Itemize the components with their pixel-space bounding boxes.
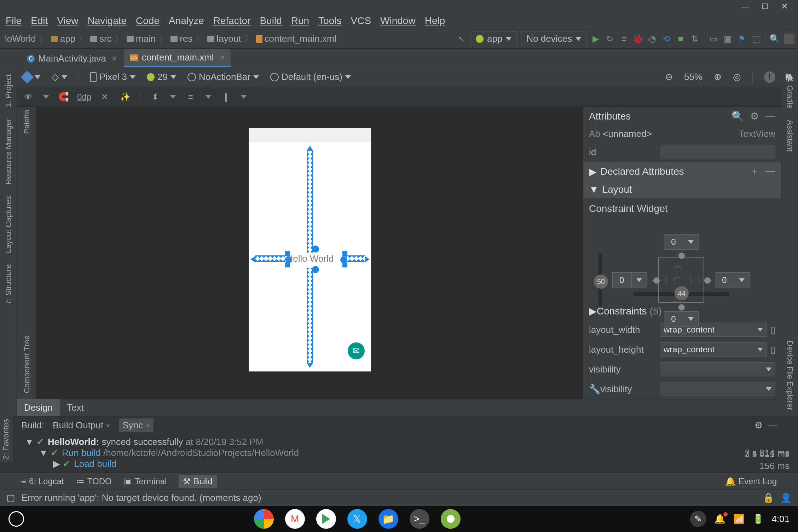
breadcrumb-file[interactable]: content_main.xml [255, 33, 338, 44]
menu-tools[interactable]: Tools [318, 15, 341, 27]
close-icon[interactable]: × [106, 421, 110, 430]
menu-edit[interactable]: Edit [31, 15, 48, 27]
tab-content-main[interactable]: </> content_main.xml × [124, 49, 231, 67]
id-input[interactable] [660, 145, 775, 159]
margin-bottom[interactable]: 0 [664, 311, 699, 327]
user-avatar-icon[interactable] [784, 34, 794, 44]
app-chrome[interactable] [254, 509, 274, 529]
design-canvas[interactable]: Hello World ✉ [37, 107, 583, 399]
menu-run[interactable]: Run [291, 15, 309, 27]
app-gmail[interactable]: M [285, 509, 305, 529]
fab-button[interactable]: ✉ [348, 342, 365, 359]
api-selector[interactable]: 29 [147, 71, 176, 82]
zoom-fit-button[interactable]: ◎ [733, 71, 741, 82]
view-options-icon[interactable]: 👁 [23, 91, 34, 103]
close-icon[interactable]: × [220, 52, 225, 63]
tool-layout-captures[interactable]: Layout Captures [4, 196, 13, 253]
tool-gradle[interactable]: 🐘 Gradle [785, 73, 794, 109]
debug-button[interactable]: 🐞 [633, 34, 643, 44]
zoom-out-button[interactable]: ⊖ [665, 71, 673, 82]
size-toggle-icon[interactable]: ▯ [770, 324, 775, 335]
section-declared-attributes[interactable]: ▶ Declared Attributes＋— [583, 162, 781, 181]
tool-build[interactable]: ⚒Build [179, 475, 216, 488]
apply-code-icon[interactable]: ≡ [619, 34, 629, 44]
default-margin[interactable]: 0dp [79, 91, 90, 103]
app-android-studio[interactable] [441, 509, 461, 529]
menu-navigate[interactable]: Navigate [88, 15, 127, 27]
tab-text[interactable]: Text [60, 399, 91, 417]
component-tree-toggle[interactable]: Component Tree [22, 335, 31, 393]
menu-build[interactable]: Build [260, 15, 282, 27]
clear-constraints-icon[interactable]: ✕ [99, 91, 110, 103]
device-preview[interactable]: Hello World ✉ [249, 128, 371, 371]
section-layout[interactable]: ▼ Layout [583, 181, 781, 198]
theme-selector[interactable]: NoActionBar [187, 71, 259, 82]
app-files[interactable]: 📁 [378, 509, 398, 529]
search-icon[interactable]: 🔍 [732, 110, 744, 122]
tool-logcat[interactable]: ≡6: Logcat [21, 476, 64, 486]
tool-assistant[interactable]: Assistant [785, 120, 794, 151]
breadcrumb-main[interactable]: main [125, 33, 157, 44]
remove-attribute-icon[interactable]: — [765, 165, 775, 178]
tool-window-toggle-icon[interactable]: ▢ [6, 492, 15, 503]
breadcrumb-app[interactable]: app [50, 33, 77, 44]
locale-selector[interactable]: Default (en-us) [270, 71, 351, 82]
zoom-in-button[interactable]: ⊕ [714, 71, 722, 82]
hector-icon[interactable]: 👤 [780, 492, 792, 503]
margin-left[interactable]: 0 [612, 272, 647, 288]
zoom-level[interactable]: 55% [684, 71, 702, 82]
project-structure-icon[interactable]: ⬚ [751, 34, 761, 44]
app-terminal[interactable]: >_ [410, 509, 429, 529]
tool-structure[interactable]: 7: Structure [4, 264, 13, 305]
event-log-button[interactable]: 🔔Event Log [725, 476, 777, 486]
window-close-button[interactable]: ✕ [780, 1, 790, 11]
breadcrumb-layout[interactable]: layout [206, 33, 242, 44]
menu-analyze[interactable]: Analyze [169, 15, 204, 27]
build-tab-output[interactable]: Build Output × [49, 418, 114, 432]
gear-icon[interactable]: ⚙ [750, 110, 759, 122]
breadcrumb-src[interactable]: src [89, 33, 113, 44]
app-play-store[interactable] [316, 509, 336, 529]
notifications-icon[interactable]: 🔔 [714, 514, 725, 525]
size-toggle-icon[interactable]: ▯ [770, 344, 775, 355]
tool-resource-manager[interactable]: Resource Manager [4, 118, 13, 185]
align-icon[interactable]: ≡ [185, 91, 196, 103]
profiler-icon[interactable]: ◔ [647, 34, 657, 44]
tool-project[interactable]: 1: Project [4, 74, 13, 107]
palette-toggle[interactable]: Palette [22, 110, 31, 134]
run-button[interactable]: ▶ [591, 34, 601, 44]
avd-manager-icon[interactable]: ▭ [709, 34, 718, 44]
sdk-manager-icon[interactable]: ▣ [723, 34, 733, 44]
margin-top[interactable]: 0 [664, 234, 699, 250]
orientation-selector[interactable]: ◇ [52, 71, 67, 82]
lock-icon[interactable]: 🔒 [763, 492, 774, 503]
sync-gradle-icon[interactable]: ⇅ [690, 34, 700, 44]
build-tab-sync[interactable]: Sync × [119, 418, 154, 432]
wifi-icon[interactable]: 📶 [733, 514, 745, 525]
magnet-icon[interactable]: 🧲 [58, 91, 69, 103]
add-attribute-icon[interactable]: ＋ [749, 165, 759, 178]
app-twitter[interactable]: 𝕏 [347, 509, 367, 529]
visibility-dropdown[interactable] [660, 362, 775, 376]
search-everywhere-icon[interactable]: 🔍 [770, 34, 780, 44]
attach-debugger-icon[interactable]: ⟲ [661, 34, 671, 44]
guidelines-icon[interactable]: ‖ [220, 91, 232, 103]
tools-visibility-dropdown[interactable] [660, 382, 775, 396]
surface-selector[interactable] [23, 73, 40, 82]
minimize-panel-icon[interactable]: — [768, 420, 777, 431]
minimize-panel-icon[interactable]: — [765, 110, 775, 122]
tab-mainactivity[interactable]: C MainActivity.java × [21, 50, 123, 67]
device-dropdown[interactable]: No devices [521, 31, 586, 46]
breadcrumb-res[interactable]: res [169, 33, 194, 44]
menu-vcs[interactable]: VCS [351, 15, 371, 27]
menu-code[interactable]: Code [136, 15, 160, 27]
menu-view[interactable]: View [57, 15, 78, 27]
close-icon[interactable]: × [145, 421, 150, 430]
warnings-icon[interactable]: ! [764, 71, 775, 83]
resource-manager-icon[interactable]: ⚑ [737, 34, 747, 44]
close-icon[interactable]: × [112, 53, 117, 64]
tool-terminal[interactable]: ▣Terminal [124, 476, 167, 486]
window-maximize-button[interactable] [760, 1, 770, 11]
breadcrumb-root[interactable]: loWorld [4, 33, 37, 44]
bias-left-badge[interactable]: 50 [594, 274, 608, 289]
